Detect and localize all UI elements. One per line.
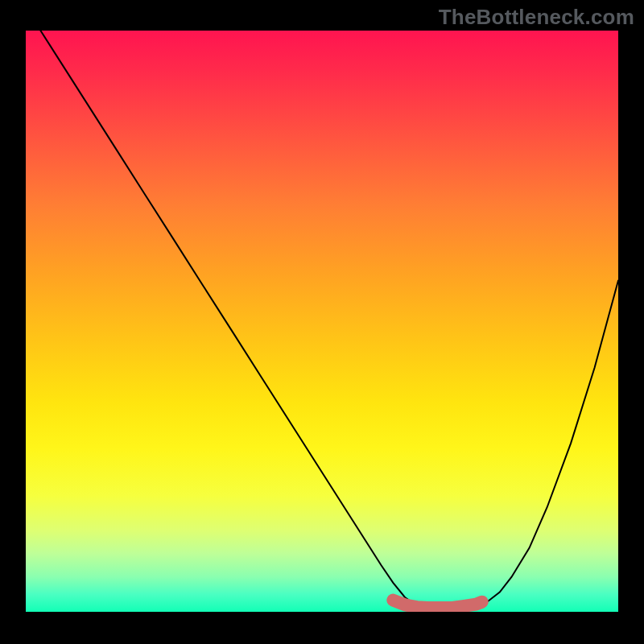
bottleneck-curve: [26, 31, 618, 611]
optimal-band: [393, 601, 481, 608]
chart-frame: TheBottleneck.com: [0, 0, 644, 644]
plot-area: [26, 31, 618, 612]
curve-layer: [26, 31, 618, 612]
watermark-text: TheBottleneck.com: [439, 5, 634, 30]
